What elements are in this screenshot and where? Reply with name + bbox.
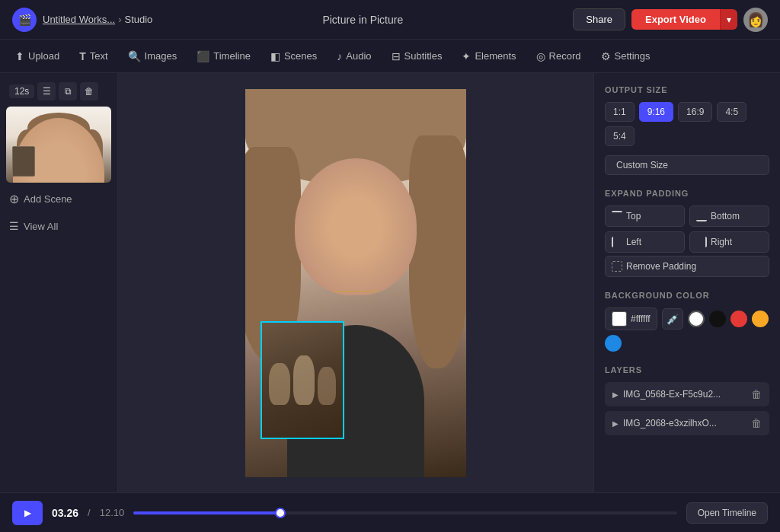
nav-subtitles[interactable]: ⊟ Subtitles — [382, 46, 452, 67]
avatar[interactable]: 👩 — [743, 8, 768, 32]
padding-left-icon — [612, 237, 622, 247]
play-button[interactable]: ▶ — [12, 501, 43, 525]
padding-left-label: Left — [626, 237, 641, 247]
current-time: 03.26 — [52, 507, 78, 519]
total-time: 12.10 — [100, 507, 125, 518]
eyedropper-icon: 💉 — [667, 314, 679, 325]
workspace-link[interactable]: Untitled Works... — [43, 14, 115, 25]
custom-size-button[interactable]: Custom Size — [605, 155, 769, 175]
padding-left-button[interactable]: Left — [605, 231, 685, 253]
nav-elements[interactable]: ✦ Elements — [452, 46, 525, 67]
layer-play-icon-1: ▶ — [612, 390, 619, 399]
left-panel: 12s ☰ ⧉ 🗑 ⊕ Add Scene ☰ View All — [0, 73, 118, 492]
ratio-5-4[interactable]: 5:4 — [605, 126, 635, 146]
color-value-button[interactable]: #ffffff — [605, 307, 657, 330]
right-panel: OUTPUT SIZE 1:1 9:16 16:9 4:5 5:4 Custom… — [593, 73, 780, 492]
layer-play-icon-2: ▶ — [612, 419, 619, 428]
nav-audio[interactable]: ♪ Audio — [328, 46, 380, 67]
nav-scenes-label: Scenes — [284, 50, 317, 62]
record-icon: ◎ — [536, 50, 545, 62]
color-yellow[interactable] — [752, 311, 769, 327]
color-swatch — [612, 311, 627, 327]
background-color-label: BACKGROUND COLOR — [605, 291, 769, 300]
nav-subtitles-label: Subtitles — [404, 50, 443, 62]
timeline-icon: ⬛ — [197, 50, 209, 62]
nav-text-label: Text — [90, 50, 108, 62]
ratio-1-1[interactable]: 1:1 — [605, 102, 635, 122]
ratio-16-9[interactable]: 16:9 — [678, 102, 712, 122]
layer-delete-2[interactable]: 🗑 — [751, 417, 762, 429]
breadcrumb: Untitled Works... › Studio — [43, 14, 152, 25]
nav-timeline-label: Timeline — [213, 50, 251, 62]
padding-right-button[interactable]: Right — [689, 231, 769, 253]
thumb-pip-overlay — [12, 146, 35, 177]
pip-video-content — [262, 323, 343, 438]
color-white[interactable] — [688, 311, 705, 327]
remove-padding-icon — [612, 261, 622, 272]
text-icon: T — [79, 50, 86, 62]
export-button[interactable]: Export Video — [631, 9, 720, 30]
canvas-area — [118, 73, 593, 492]
navbar: ⬆ Upload T Text 🔍 Images ⬛ Timeline ◧ Sc… — [0, 40, 780, 73]
scene-thumbnail[interactable] — [6, 107, 111, 183]
pip-overlay[interactable] — [261, 321, 344, 439]
layer-item-1[interactable]: ▶ IMG_0568-Ex-F5c9u2... 🗑 — [605, 382, 769, 406]
settings-icon: ⚙ — [601, 50, 611, 62]
padding-top-button[interactable]: Top — [605, 205, 685, 227]
view-all-button[interactable]: ☰ View All — [6, 215, 111, 237]
layer-name-1: IMG_0568-Ex-F5c9u2... — [623, 389, 746, 400]
share-button[interactable]: Share — [573, 8, 625, 30]
studio-link[interactable]: Studio — [124, 14, 152, 25]
expand-padding-label: EXPAND PADDING — [605, 189, 769, 198]
layer-delete-1[interactable]: 🗑 — [751, 388, 762, 400]
padding-right-label: Right — [711, 237, 732, 247]
add-scene-plus-icon: ⊕ — [9, 192, 19, 206]
timeline-progress — [133, 511, 280, 514]
scene-copy-button[interactable]: ⧉ — [59, 82, 77, 100]
remove-padding-button[interactable]: Remove Padding — [605, 256, 769, 277]
background-color-section: BACKGROUND COLOR #ffffff 💉 — [605, 291, 769, 352]
timeline-thumb[interactable] — [275, 508, 286, 518]
timeline-track[interactable] — [133, 511, 676, 514]
view-all-label: View All — [24, 221, 58, 232]
padding-right-icon — [696, 237, 707, 247]
scene-duration-badge: 12s — [9, 84, 34, 98]
scene-delete-button[interactable]: 🗑 — [80, 82, 98, 100]
color-blue[interactable] — [605, 335, 622, 352]
output-size-section: OUTPUT SIZE 1:1 9:16 16:9 4:5 5:4 Custom… — [605, 85, 769, 175]
layer-name-2: IMG_2068-e3xzilhxO... — [623, 418, 746, 428]
ratio-4-5[interactable]: 4:5 — [717, 102, 746, 122]
padding-grid: Top Bottom Left Right — [605, 205, 769, 253]
add-scene-label: Add Scene — [24, 193, 72, 205]
expand-padding-section: EXPAND PADDING Top Bottom Left Right — [605, 189, 769, 277]
nav-record-label: Record — [549, 50, 581, 62]
hair-right — [409, 135, 466, 368]
padding-bottom-button[interactable]: Bottom — [689, 205, 769, 227]
person1 — [269, 363, 290, 405]
nav-timeline[interactable]: ⬛ Timeline — [187, 46, 260, 67]
nav-record[interactable]: ◎ Record — [527, 46, 590, 67]
ratio-9-16[interactable]: 9:16 — [639, 102, 673, 122]
color-red[interactable] — [730, 311, 747, 327]
open-timeline-button[interactable]: Open Timeline — [686, 502, 768, 524]
nav-scenes[interactable]: ◧ Scenes — [261, 46, 326, 67]
topbar-right: Share Export Video ▾ 👩 — [573, 8, 768, 32]
scene-thumb-inner — [6, 107, 111, 183]
nav-audio-label: Audio — [346, 50, 371, 62]
padding-bottom-icon — [696, 211, 707, 221]
nav-settings[interactable]: ⚙ Settings — [592, 46, 660, 67]
nav-text[interactable]: T Text — [70, 46, 117, 67]
export-chevron-button[interactable]: ▾ — [720, 9, 737, 30]
layer-item-2[interactable]: ▶ IMG_2068-e3xzilhxO... 🗑 — [605, 411, 769, 435]
padding-top-icon — [612, 211, 622, 221]
time-separator: / — [88, 507, 91, 518]
scene-list-button[interactable]: ☰ — [37, 82, 56, 100]
nav-upload[interactable]: ⬆ Upload — [6, 46, 69, 67]
color-black[interactable] — [709, 311, 726, 327]
face — [295, 158, 417, 295]
export-button-wrap: Export Video ▾ — [631, 9, 737, 30]
eyedropper-button[interactable]: 💉 — [662, 308, 683, 330]
nav-images[interactable]: 🔍 Images — [119, 46, 187, 67]
main-area: 12s ☰ ⧉ 🗑 ⊕ Add Scene ☰ View All — [0, 73, 780, 492]
add-scene-button[interactable]: ⊕ Add Scene — [6, 187, 111, 211]
